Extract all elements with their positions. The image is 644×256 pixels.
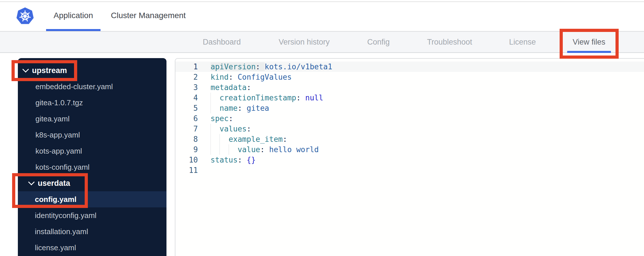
code-text: example_item: — [211, 135, 287, 144]
indent-guide — [211, 124, 211, 134]
tree-item-identityconfig-yaml[interactable]: identityconfig.yaml — [18, 207, 166, 223]
line-number: 4 — [175, 93, 198, 103]
token-key: apiVersion — [211, 62, 256, 71]
subnav-item-label: Dashboard — [203, 38, 241, 47]
token-key: creationTimestamp — [219, 93, 296, 102]
header-tabs: ApplicationCluster Management — [46, 0, 193, 31]
code-line-content: values: — [211, 124, 644, 134]
code-line-content: kind: ConfigValues — [211, 72, 644, 82]
code-text: values: — [211, 125, 251, 133]
code-line-7: 7 values: — [175, 124, 644, 134]
token-str: gitea — [247, 104, 269, 112]
code-text: creationTimestamp: null — [211, 93, 323, 102]
file-tree: upstreamembedded-cluster.yamlgitea-1.0.7… — [18, 62, 166, 256]
yaml-editor[interactable]: 1apiVersion: kots.io/v1beta12kind: Confi… — [175, 58, 644, 256]
subnav: DashboardVersion historyConfigTroublesho… — [0, 32, 644, 53]
indent-spaces — [211, 125, 219, 133]
tree-item-license-yaml[interactable]: license.yaml — [18, 240, 166, 256]
token-const: null — [305, 93, 323, 102]
file-label: kots-config.yaml — [35, 163, 90, 172]
token-punct: : — [260, 145, 269, 154]
token-str: kots.io/v1beta1 — [265, 62, 332, 71]
line-number: 1 — [175, 62, 198, 72]
subnav-item-label: Troubleshoot — [427, 38, 472, 47]
file-label: gitea-1.0.7.tgz — [35, 98, 83, 107]
file-label: embedded-cluster.yaml — [35, 82, 113, 91]
code-line-content: metadata: — [211, 82, 644, 93]
subnav-item-label: Config — [367, 38, 390, 47]
token-key: values — [219, 125, 247, 133]
code-text: metadata: — [211, 83, 251, 92]
token-str: ConfigValues — [238, 73, 292, 81]
indent-guide — [211, 103, 211, 113]
line-number: 6 — [175, 113, 198, 124]
subnav-item-dashboard[interactable]: Dashboard — [203, 32, 241, 52]
line-number: 10 — [175, 155, 198, 165]
active-tab-underline — [46, 29, 101, 31]
token-punct: : — [238, 104, 247, 112]
line-number: 11 — [175, 165, 198, 175]
tree-item-gitea-yaml[interactable]: gitea.yaml — [18, 111, 166, 127]
tree-item-kots-app-yaml[interactable]: kots-app.yaml — [18, 143, 166, 159]
token-punct: : — [256, 62, 265, 71]
token-punct: : — [238, 156, 247, 164]
token-key: status — [211, 156, 238, 164]
app-header: ApplicationCluster Management — [0, 0, 644, 32]
indent-spaces — [211, 145, 238, 154]
token-key: value — [238, 145, 260, 154]
tab-cluster-management[interactable]: Cluster Management — [103, 0, 193, 31]
code-line-5: 5 name: gitea — [175, 103, 644, 113]
token-key: kind — [211, 73, 229, 81]
subnav-item-troubleshoot[interactable]: Troubleshoot — [427, 32, 472, 52]
tree-item-gitea-1-0-7-tgz[interactable]: gitea-1.0.7.tgz — [18, 95, 166, 111]
token-const: {} — [247, 156, 255, 164]
code-text: name: gitea — [211, 104, 269, 112]
line-number: 5 — [175, 103, 198, 113]
annotation-box-upstream — [12, 60, 77, 81]
code-line-content: status: {} — [211, 155, 644, 165]
tab-label: Application — [54, 11, 93, 20]
token-key: name — [219, 104, 238, 112]
token-str: hello world — [269, 145, 319, 154]
file-label: gitea.yaml — [35, 114, 70, 123]
kubernetes-logo-icon — [16, 7, 34, 25]
tab-label: Cluster Management — [111, 11, 186, 20]
code-line-content: spec: — [211, 113, 644, 124]
token-key: example_item — [229, 135, 283, 144]
line-number: 3 — [175, 82, 198, 93]
kots-admin-console: ApplicationCluster Management DashboardV… — [0, 0, 644, 256]
code-line-11: 11 — [175, 165, 644, 175]
tree-item-kots-config-yaml[interactable]: kots-config.yaml — [18, 159, 166, 175]
code-line-content: example_item: — [211, 134, 644, 144]
code-line-8: 8 example_item: — [175, 134, 644, 144]
code-line-9: 9 value: hello world — [175, 144, 644, 155]
indent-guide — [219, 144, 220, 155]
file-tree-sidebar: upstreamembedded-cluster.yamlgitea-1.0.7… — [18, 58, 166, 256]
code-line-content: value: hello world — [211, 144, 644, 155]
subnav-item-config[interactable]: Config — [367, 32, 390, 52]
tab-application[interactable]: Application — [46, 0, 101, 31]
line-number: 9 — [175, 144, 198, 155]
annotation-box-userdata-config — [12, 173, 88, 208]
tree-item-installation-yaml[interactable]: installation.yaml — [18, 223, 166, 240]
subnav-item-label: License — [509, 38, 536, 47]
line-number: 8 — [175, 134, 198, 144]
code-line-1: 1apiVersion: kots.io/v1beta1 — [175, 62, 644, 72]
line-number: 7 — [175, 124, 198, 134]
indent-guide — [211, 93, 211, 103]
token-punct: : — [229, 114, 233, 123]
code-line-content — [211, 165, 644, 175]
indent-guide — [219, 134, 220, 144]
subnav-item-version-history[interactable]: Version history — [279, 32, 329, 52]
subnav-item-license[interactable]: License — [509, 32, 536, 52]
file-label: k8s-app.yaml — [35, 131, 80, 140]
indent-spaces — [211, 104, 219, 112]
file-label: identityconfig.yaml — [35, 211, 96, 220]
code-lines: 1apiVersion: kots.io/v1beta12kind: Confi… — [175, 62, 644, 175]
code-text: status: {} — [211, 156, 256, 164]
code-line-content: name: gitea — [211, 103, 644, 113]
code-text: apiVersion: kots.io/v1beta1 — [211, 62, 332, 71]
file-label: installation.yaml — [35, 227, 88, 236]
token-punct: : — [296, 93, 305, 102]
tree-item-k8s-app-yaml[interactable]: k8s-app.yaml — [18, 127, 166, 143]
